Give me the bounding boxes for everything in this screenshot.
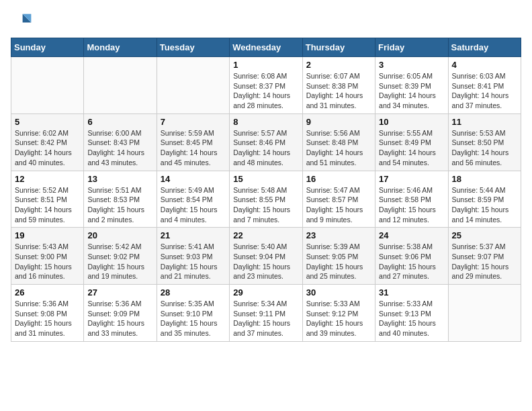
week-row-1: 1Sunrise: 6:08 AM Sunset: 8:37 PM Daylig… [11, 57, 521, 114]
day-info: Sunrise: 5:51 AM Sunset: 8:53 PM Dayligh… [87, 185, 152, 225]
day-number: 29 [233, 287, 298, 298]
calendar-cell: 27Sunrise: 5:36 AM Sunset: 9:09 PM Dayli… [84, 285, 157, 342]
calendar-cell: 29Sunrise: 5:34 AM Sunset: 9:11 PM Dayli… [230, 285, 302, 342]
day-number: 5 [15, 117, 80, 127]
day-info: Sunrise: 5:36 AM Sunset: 9:08 PM Dayligh… [15, 299, 80, 338]
logo-icon [11, 11, 32, 32]
column-header-monday: Monday [84, 38, 157, 57]
day-number: 10 [379, 117, 444, 127]
day-number: 6 [87, 117, 152, 127]
day-info: Sunrise: 6:08 AM Sunset: 8:37 PM Dayligh… [233, 71, 298, 111]
calendar-cell: 6Sunrise: 6:00 AM Sunset: 8:43 PM Daylig… [84, 113, 157, 171]
day-number: 23 [306, 230, 371, 240]
day-info: Sunrise: 5:39 AM Sunset: 9:05 PM Dayligh… [306, 242, 371, 281]
calendar-cell: 17Sunrise: 5:46 AM Sunset: 8:58 PM Dayli… [375, 171, 448, 228]
calendar-cell: 31Sunrise: 5:33 AM Sunset: 9:13 PM Dayli… [375, 285, 448, 342]
day-info: Sunrise: 5:55 AM Sunset: 8:49 PM Dayligh… [379, 128, 444, 168]
day-number: 19 [15, 230, 80, 240]
calendar-cell: 15Sunrise: 5:48 AM Sunset: 8:55 PM Dayli… [230, 171, 302, 228]
calendar-cell: 13Sunrise: 5:51 AM Sunset: 8:53 PM Dayli… [84, 171, 157, 228]
day-info: Sunrise: 5:40 AM Sunset: 9:04 PM Dayligh… [233, 242, 298, 281]
calendar-cell: 16Sunrise: 5:47 AM Sunset: 8:57 PM Dayli… [302, 171, 375, 228]
calendar-cell: 9Sunrise: 5:56 AM Sunset: 8:48 PM Daylig… [302, 113, 375, 171]
day-number: 17 [379, 174, 444, 184]
calendar-cell: 28Sunrise: 5:35 AM Sunset: 9:10 PM Dayli… [157, 285, 229, 342]
day-info: Sunrise: 5:38 AM Sunset: 9:06 PM Dayligh… [379, 242, 444, 281]
calendar-cell: 1Sunrise: 6:08 AM Sunset: 8:37 PM Daylig… [230, 57, 302, 114]
day-number: 7 [161, 117, 226, 127]
day-info: Sunrise: 5:35 AM Sunset: 9:10 PM Dayligh… [161, 299, 226, 338]
day-number: 13 [87, 174, 152, 184]
day-number: 2 [306, 60, 371, 70]
day-number: 16 [306, 174, 371, 184]
day-number: 11 [452, 117, 517, 127]
calendar-cell: 12Sunrise: 5:52 AM Sunset: 8:51 PM Dayli… [11, 171, 84, 228]
calendar-cell: 25Sunrise: 5:37 AM Sunset: 9:07 PM Dayli… [448, 228, 521, 285]
calendar-cell: 23Sunrise: 5:39 AM Sunset: 9:05 PM Dayli… [302, 228, 375, 285]
calendar-cell: 26Sunrise: 5:36 AM Sunset: 9:08 PM Dayli… [11, 285, 84, 342]
column-header-wednesday: Wednesday [230, 38, 302, 57]
day-number: 20 [87, 230, 152, 240]
column-header-sunday: Sunday [11, 38, 84, 57]
calendar-cell [84, 57, 157, 114]
day-info: Sunrise: 5:46 AM Sunset: 8:58 PM Dayligh… [379, 185, 444, 225]
day-number: 25 [452, 230, 517, 240]
day-number: 4 [452, 60, 517, 70]
calendar-cell [157, 57, 229, 114]
week-row-5: 26Sunrise: 5:36 AM Sunset: 9:08 PM Dayli… [11, 285, 521, 342]
day-number: 3 [379, 60, 444, 70]
calendar-cell [448, 285, 521, 342]
calendar-table: SundayMondayTuesdayWednesdayThursdayFrid… [11, 38, 521, 342]
calendar-cell: 5Sunrise: 6:02 AM Sunset: 8:42 PM Daylig… [11, 113, 84, 171]
day-info: Sunrise: 5:41 AM Sunset: 9:03 PM Dayligh… [161, 242, 226, 281]
column-header-saturday: Saturday [448, 38, 521, 57]
day-number: 26 [15, 287, 80, 298]
column-header-friday: Friday [375, 38, 448, 57]
week-row-2: 5Sunrise: 6:02 AM Sunset: 8:42 PM Daylig… [11, 113, 521, 171]
logo [11, 11, 35, 32]
day-info: Sunrise: 5:43 AM Sunset: 9:00 PM Dayligh… [15, 242, 80, 281]
day-number: 12 [15, 174, 80, 184]
day-info: Sunrise: 5:36 AM Sunset: 9:09 PM Dayligh… [87, 299, 152, 338]
calendar-cell: 19Sunrise: 5:43 AM Sunset: 9:00 PM Dayli… [11, 228, 84, 285]
day-number: 30 [306, 287, 371, 298]
calendar-cell: 7Sunrise: 5:59 AM Sunset: 8:45 PM Daylig… [157, 113, 229, 171]
day-info: Sunrise: 5:47 AM Sunset: 8:57 PM Dayligh… [306, 185, 371, 225]
day-info: Sunrise: 5:52 AM Sunset: 8:51 PM Dayligh… [15, 185, 80, 225]
day-number: 8 [233, 117, 298, 127]
day-info: Sunrise: 6:03 AM Sunset: 8:41 PM Dayligh… [452, 71, 517, 111]
calendar-cell: 8Sunrise: 5:57 AM Sunset: 8:46 PM Daylig… [230, 113, 302, 171]
day-number: 21 [161, 230, 226, 240]
day-info: Sunrise: 5:53 AM Sunset: 8:50 PM Dayligh… [452, 128, 517, 168]
day-number: 31 [379, 287, 444, 298]
calendar-cell: 4Sunrise: 6:03 AM Sunset: 8:41 PM Daylig… [448, 57, 521, 114]
day-info: Sunrise: 5:49 AM Sunset: 8:54 PM Dayligh… [161, 185, 226, 225]
day-number: 1 [233, 60, 298, 70]
day-number: 24 [379, 230, 444, 240]
calendar-cell: 18Sunrise: 5:44 AM Sunset: 8:59 PM Dayli… [448, 171, 521, 228]
day-info: Sunrise: 5:33 AM Sunset: 9:13 PM Dayligh… [379, 299, 444, 338]
day-info: Sunrise: 5:56 AM Sunset: 8:48 PM Dayligh… [306, 128, 371, 168]
day-info: Sunrise: 5:59 AM Sunset: 8:45 PM Dayligh… [161, 128, 226, 168]
page-header [11, 11, 521, 32]
week-row-3: 12Sunrise: 5:52 AM Sunset: 8:51 PM Dayli… [11, 171, 521, 228]
calendar-cell: 3Sunrise: 6:05 AM Sunset: 8:39 PM Daylig… [375, 57, 448, 114]
calendar-cell: 30Sunrise: 5:33 AM Sunset: 9:12 PM Dayli… [302, 285, 375, 342]
day-info: Sunrise: 5:48 AM Sunset: 8:55 PM Dayligh… [233, 185, 298, 225]
calendar-cell [11, 57, 84, 114]
day-info: Sunrise: 5:57 AM Sunset: 8:46 PM Dayligh… [233, 128, 298, 168]
day-number: 14 [161, 174, 226, 184]
day-info: Sunrise: 6:00 AM Sunset: 8:43 PM Dayligh… [87, 128, 152, 168]
calendar-cell: 22Sunrise: 5:40 AM Sunset: 9:04 PM Dayli… [230, 228, 302, 285]
day-info: Sunrise: 6:02 AM Sunset: 8:42 PM Dayligh… [15, 128, 80, 168]
column-header-thursday: Thursday [302, 38, 375, 57]
calendar-cell: 20Sunrise: 5:42 AM Sunset: 9:02 PM Dayli… [84, 228, 157, 285]
day-info: Sunrise: 6:05 AM Sunset: 8:39 PM Dayligh… [379, 71, 444, 111]
day-number: 27 [87, 287, 152, 298]
day-info: Sunrise: 5:33 AM Sunset: 9:12 PM Dayligh… [306, 299, 371, 338]
calendar-cell: 2Sunrise: 6:07 AM Sunset: 8:38 PM Daylig… [302, 57, 375, 114]
day-number: 9 [306, 117, 371, 127]
day-info: Sunrise: 6:07 AM Sunset: 8:38 PM Dayligh… [306, 71, 371, 111]
day-info: Sunrise: 5:42 AM Sunset: 9:02 PM Dayligh… [87, 242, 152, 281]
day-info: Sunrise: 5:34 AM Sunset: 9:11 PM Dayligh… [233, 299, 298, 338]
